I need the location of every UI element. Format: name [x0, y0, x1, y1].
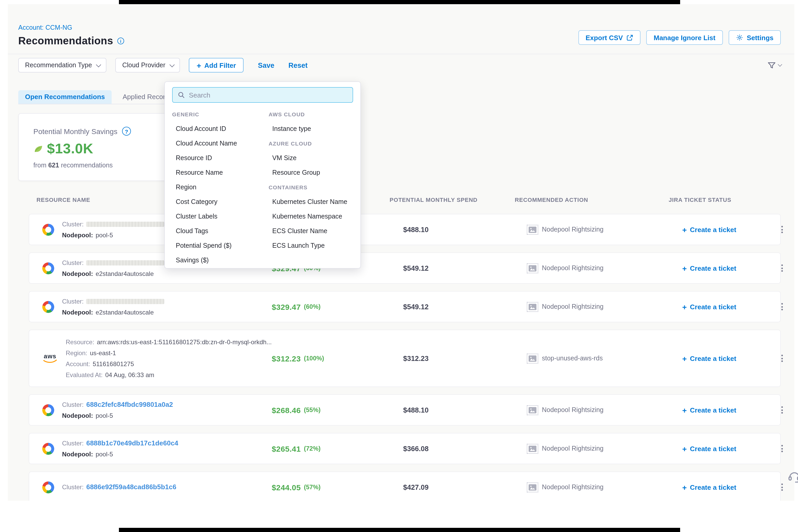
filter-chip-cloud-provider[interactable]: Cloud Provider [116, 58, 180, 73]
create-ticket-button[interactable]: +Create a ticket [682, 483, 779, 492]
savings-amount: $13.0K [47, 141, 93, 157]
column-recommended-action: RECOMMENDED ACTION [515, 197, 669, 203]
chevron-down-icon [96, 62, 101, 67]
filter-option[interactable]: Kubernetes Cluster Name [269, 198, 347, 206]
reset-button[interactable]: Reset [288, 61, 308, 69]
export-csv-button[interactable]: Export CSV [578, 30, 641, 45]
manage-ignore-list-button[interactable]: Manage Ignore List [646, 30, 723, 45]
resource-line-label: Evaluated At: [66, 371, 102, 378]
filter-option[interactable]: Instance type [269, 125, 311, 132]
filter-option[interactable]: Savings ($) [172, 256, 209, 264]
table-row: Cluster:6888b1c70e49db17c1de60c4Nodepool… [29, 433, 781, 464]
create-ticket-button[interactable]: +Create a ticket [682, 444, 779, 453]
table-row: awsResource:arn:aws:rds:us-east-1:511616… [29, 330, 781, 387]
filter-option[interactable]: Kubernetes Namespace [269, 213, 342, 220]
create-ticket-label: Create a ticket [690, 445, 737, 453]
help-icon[interactable] [122, 127, 131, 136]
redacted-cluster-name [86, 260, 165, 265]
plus-icon: + [682, 405, 687, 414]
recommendation-image-icon [528, 406, 537, 413]
monthly-savings-value: $265.41 [272, 444, 301, 453]
row-kebab-menu[interactable] [779, 481, 785, 493]
table-row: Cluster:Nodepool:e2standar4autoscale$329… [29, 252, 781, 284]
cluster-link[interactable]: 688c2fefc84fbdc99801a0a2 [86, 401, 173, 408]
settings-button[interactable]: Settings [728, 30, 781, 45]
row-kebab-menu[interactable] [779, 224, 785, 235]
row-kebab-menu[interactable] [779, 404, 785, 416]
save-button[interactable]: Save [258, 61, 274, 69]
filter-funnel-button[interactable] [767, 61, 781, 70]
filter-dropdown-columns: GENERICCloud Account IDCloud Account Nam… [172, 107, 353, 268]
create-ticket-label: Create a ticket [690, 226, 737, 233]
filter-option[interactable]: ECS Launch Type [269, 242, 325, 249]
plus-icon: + [682, 264, 687, 272]
plus-icon: + [682, 444, 687, 453]
recommended-action-label: Nodepool Rightsizing [542, 445, 604, 452]
table-row: Cluster:6886e92f59a48cad86b5b1c6$244.05(… [29, 472, 781, 501]
resource-line-label: Cluster: [62, 401, 84, 408]
filter-option[interactable]: Cloud Tags [172, 227, 208, 235]
gcp-icon [42, 442, 54, 455]
dropdown-search[interactable] [172, 87, 353, 103]
manage-ignore-list-label: Manage Ignore List [653, 34, 715, 41]
resource-line-value: e2standar4autoscale [96, 270, 154, 277]
tab-open-recommendations[interactable]: Open Recommendations [18, 90, 112, 104]
potential-monthly-spend-value: $549.12 [403, 303, 528, 310]
page-title: Recommendations [18, 35, 113, 47]
funnel-icon [767, 61, 776, 70]
create-ticket-button[interactable]: +Create a ticket [682, 405, 779, 414]
potential-monthly-spend-value: $366.08 [403, 445, 528, 453]
support-headset-icon[interactable] [787, 470, 798, 486]
table-row: Cluster:688c2fefc84fbdc99801a0a2Nodepool… [29, 394, 781, 425]
recommendation-image-icon [528, 484, 537, 491]
letterbox-bar-bottom [119, 528, 680, 532]
potential-monthly-spend-value: $488.10 [403, 226, 528, 233]
account-breadcrumb[interactable]: Account: CCM-NG [18, 24, 124, 31]
add-filter-button[interactable]: + Add Filter [189, 58, 244, 73]
create-ticket-button[interactable]: +Create a ticket [682, 264, 779, 272]
create-ticket-button[interactable]: +Create a ticket [682, 302, 779, 311]
row-kebab-menu[interactable] [779, 301, 785, 312]
filter-option[interactable]: Cloud Account Name [172, 140, 237, 147]
filter-option[interactable]: Cloud Account ID [172, 125, 226, 132]
filter-option[interactable]: Cluster Labels [172, 213, 217, 220]
filter-bar: Recommendation Type Cloud Provider + Add… [18, 58, 781, 73]
resource-line-label: Cluster: [62, 298, 84, 305]
resource-line-value: arn:aws:rds:us-east-1:511616801275:db:zn… [97, 338, 272, 345]
table-row: Cluster:Nodepool:pool-5$488.10Nodepool R… [29, 214, 781, 245]
filter-option[interactable]: Cost Category [172, 198, 217, 206]
chevron-down-icon [170, 62, 175, 67]
filter-option[interactable]: VM Size [269, 154, 297, 162]
filter-option[interactable]: Resource Name [172, 169, 223, 176]
letterbox-bar-top [119, 0, 680, 4]
filter-chip-recommendation-type[interactable]: Recommendation Type [18, 58, 107, 73]
resource-line-label: Cluster: [62, 220, 84, 228]
aws-icon: aws [42, 353, 58, 363]
filter-option[interactable]: ECS Cluster Name [269, 227, 327, 235]
resource-line-label: Cluster: [62, 483, 84, 491]
filter-option[interactable]: Resource Group [269, 169, 320, 176]
row-kebab-menu[interactable] [779, 353, 785, 364]
filter-option[interactable]: Resource ID [172, 154, 212, 162]
info-icon[interactable] [117, 38, 124, 44]
create-ticket-button[interactable]: +Create a ticket [682, 354, 779, 363]
create-ticket-button[interactable]: +Create a ticket [682, 225, 779, 234]
search-input[interactable] [189, 91, 347, 99]
resource-line-value: e2standar4autoscale [96, 308, 154, 316]
filter-option[interactable]: Region [172, 184, 196, 191]
resource-line-label: Account: [66, 360, 90, 367]
plus-icon: + [682, 302, 687, 311]
resource-line-value: pool-5 [96, 231, 113, 239]
gear-icon [736, 34, 743, 41]
cluster-link[interactable]: 6888b1c70e49db17c1de60c4 [86, 439, 178, 447]
filter-section-heading: AWS CLOUD [269, 111, 305, 117]
resource-line-label: Nodepool: [62, 231, 93, 239]
row-kebab-menu[interactable] [779, 443, 785, 454]
filter-option[interactable]: Potential Spend ($) [172, 242, 232, 249]
resource-line-value: 04 Aug, 06:33 am [105, 371, 154, 378]
recommendation-image-icon [528, 265, 537, 271]
gcp-icon [42, 404, 54, 416]
cluster-link[interactable]: 6886e92f59a48cad86b5b1c6 [86, 483, 176, 491]
row-kebab-menu[interactable] [779, 262, 785, 274]
resource-line-label: Nodepool: [62, 270, 93, 277]
